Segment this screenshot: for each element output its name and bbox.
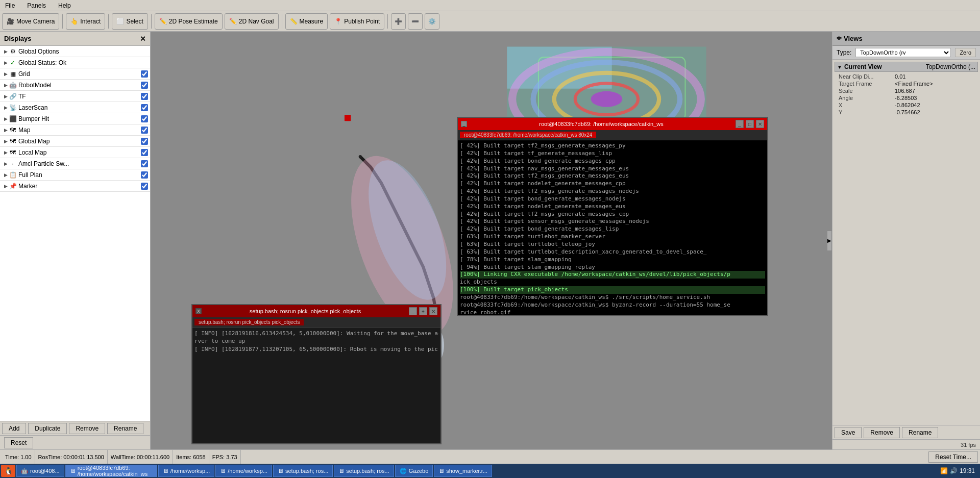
views-header: 👁 Views xyxy=(832,32,980,46)
display-item-global-options[interactable]: ▶ ⚙ Global Options xyxy=(0,46,150,57)
select-button[interactable]: ⬜ Select xyxy=(112,13,148,30)
right-panel-collapse-handle[interactable]: ▶ xyxy=(827,231,832,251)
taskbar-app-terminal4[interactable]: 🖥 setup.bash; ros... xyxy=(273,465,333,477)
extra-btn-2[interactable]: ➖ xyxy=(408,13,423,30)
taskbar-app-terminal2[interactable]: 🖥 /home/worksp... xyxy=(158,465,215,477)
publish-point-icon: 📍 xyxy=(334,18,342,25)
extra-btn-1[interactable]: ➕ xyxy=(391,13,406,30)
views-remove-button[interactable]: Remove xyxy=(864,427,900,438)
measure-button[interactable]: 📏 Measure xyxy=(285,13,328,30)
taskbar-term2-label: /home/worksp... xyxy=(170,468,210,474)
move-camera-icon: 🎥 xyxy=(7,18,14,25)
interact-button[interactable]: 👆 Interact xyxy=(66,13,105,30)
map-arrow: ▶ xyxy=(4,128,8,133)
terminal-small-body[interactable]: [ INFO] [1628191816,613424534, 5,0100000… xyxy=(192,328,440,443)
current-view-header[interactable]: ▼ Current View TopDownOrtho (... xyxy=(835,62,978,72)
taskbar-start-button[interactable]: 🐧 xyxy=(1,465,15,477)
terminal-main-minimize-icon[interactable]: _ xyxy=(461,121,467,127)
terminal-main-close-btn[interactable]: ✕ xyxy=(756,120,764,128)
taskbar-app-terminal3[interactable]: 🖥 /home/worksp... xyxy=(215,465,272,477)
nav-goal-icon: ✏️ xyxy=(229,18,237,25)
terminal-small-minimize-btn[interactable]: _ xyxy=(409,307,417,315)
local-map-icon: 🗺 xyxy=(9,148,17,157)
nav-goal-button[interactable]: ✏️ 2D Nav Goal xyxy=(225,13,279,30)
rename-button[interactable]: Rename xyxy=(107,423,143,434)
bumper-hit-checkbox[interactable] xyxy=(141,115,148,122)
displays-title: Displays xyxy=(4,35,31,42)
current-view-arrow-icon: ▼ xyxy=(837,64,842,70)
displays-close-icon[interactable]: ✕ xyxy=(140,35,146,43)
views-zero-button[interactable]: Zero xyxy=(955,48,976,57)
display-item-full-plan[interactable]: ▶ 📋 Full Plan xyxy=(0,169,150,181)
laserscan-checkbox[interactable] xyxy=(141,104,148,111)
reset-time-button[interactable]: Reset Time... xyxy=(928,451,978,463)
toolbar-separator-2 xyxy=(108,14,109,29)
display-item-local-map[interactable]: ▶ 🗺 Local Map xyxy=(0,147,150,158)
fps2-label: FPS: xyxy=(212,454,225,460)
terminal-small-expand-btn[interactable]: + xyxy=(419,307,427,315)
marker-checkbox[interactable] xyxy=(141,183,148,190)
local-map-checkbox[interactable] xyxy=(141,149,148,156)
robot-model-checkbox[interactable] xyxy=(141,82,148,89)
display-item-laserscan[interactable]: ▶ 📡 LaserScan xyxy=(0,102,150,113)
terminal-main-body[interactable]: [ 42%] Built target tf2_msgs_generate_me… xyxy=(458,140,767,315)
taskbar-app-terminal1[interactable]: 🖥 root@40833fc7db69: /home/workspace/cat… xyxy=(65,465,157,477)
menu-file[interactable]: File xyxy=(2,1,18,10)
display-item-amcl[interactable]: ▶ · Amcl Particle Sw... xyxy=(0,158,150,169)
publish-point-button[interactable]: 📍 Publish Point xyxy=(330,13,384,30)
display-item-global-map[interactable]: ▶ 🗺 Global Map xyxy=(0,136,150,147)
taskbar-app-marker[interactable]: 🖥 show_marker.r... xyxy=(434,465,492,477)
pose-estimate-icon: ✏️ xyxy=(159,18,167,25)
grid-checkbox[interactable] xyxy=(141,70,148,78)
cv-scale-label: Scale xyxy=(839,88,895,94)
extra-btn-3[interactable]: ⚙️ xyxy=(425,13,439,30)
display-item-bumper-hit[interactable]: ▶ ⬛ Bumper Hit xyxy=(0,113,150,124)
terminal-main-minimize-btn[interactable]: _ xyxy=(736,120,744,128)
full-plan-checkbox[interactable] xyxy=(141,171,148,179)
taskbar-rviz-label: root@408... xyxy=(30,468,60,474)
main-area: Displays ✕ ▶ ⚙ Global Options ▶ ✓ Global… xyxy=(0,32,980,449)
display-item-tf[interactable]: ▶ 🔗 TF xyxy=(0,91,150,102)
pose-estimate-button[interactable]: ✏️ 2D Pose Estimate xyxy=(155,13,223,30)
menu-help[interactable]: Help xyxy=(55,1,74,10)
map-checkbox[interactable] xyxy=(141,127,148,134)
display-item-global-status[interactable]: ▶ ✓ Global Status: Ok xyxy=(0,57,150,68)
amcl-checkbox[interactable] xyxy=(141,160,148,167)
terminal-main-maximize-btn[interactable]: □ xyxy=(746,120,754,128)
duplicate-button[interactable]: Duplicate xyxy=(28,423,67,434)
taskbar-app-terminal5[interactable]: 🖥 setup.bash; ros... xyxy=(334,465,394,477)
terminal-small-tab[interactable]: setup.bash; rosrun pick_objects pick_obj… xyxy=(194,319,304,325)
fps2-value: 3.73 xyxy=(226,454,237,460)
global-map-checkbox[interactable] xyxy=(141,138,148,145)
views-rename-button[interactable]: Rename xyxy=(902,427,938,438)
display-item-map[interactable]: ▶ 🗺 Map xyxy=(0,124,150,136)
display-item-marker[interactable]: ▶ 📌 Marker xyxy=(0,181,150,192)
cv-row-target-frame: Target Frame <Fixed Frame> xyxy=(835,80,978,87)
terminal-small-x-icon[interactable]: X xyxy=(195,308,202,314)
tf-checkbox[interactable] xyxy=(141,93,148,100)
displays-header: Displays ✕ xyxy=(0,32,150,46)
taskbar-app-rviz[interactable]: 🤖 root@408... xyxy=(16,465,64,477)
taskbar-app-gazebo[interactable]: 🌐 Gazebo xyxy=(395,465,433,477)
terminal-small-titlebar: X setup.bash; rosrun pick_objects pick_o… xyxy=(192,305,440,317)
status-ros-time: RosTime: 00:00:01:13.500 xyxy=(35,450,108,464)
map-icon: 🗺 xyxy=(9,126,17,134)
display-item-robot-model[interactable]: ▶ 🤖 RobotModel xyxy=(0,80,150,91)
laserscan-arrow: ▶ xyxy=(4,105,8,110)
current-view-section: ▼ Current View TopDownOrtho (... Near Cl… xyxy=(832,60,980,118)
remove-button[interactable]: Remove xyxy=(69,423,105,434)
views-type-select[interactable]: TopDownOrtho (rv xyxy=(855,48,951,57)
toolbar: 🎥 Move Camera 👆 Interact ⬜ Select ✏️ 2D … xyxy=(0,11,980,32)
menu-panels[interactable]: Panels xyxy=(24,1,49,10)
terminal-main-tab[interactable]: root@40833fc7db69: /home/workspace/catki… xyxy=(460,132,596,138)
reset-button[interactable]: Reset xyxy=(4,437,33,448)
display-item-grid[interactable]: ▶ ▦ Grid xyxy=(0,68,150,80)
terminal-small-close-btn[interactable]: ✕ xyxy=(429,307,437,315)
views-save-button[interactable]: Save xyxy=(835,427,862,438)
grid-arrow: ▶ xyxy=(4,71,8,77)
network-icon: 📶 xyxy=(940,467,948,474)
taskbar-rviz-icon: 🤖 xyxy=(21,468,28,474)
add-button[interactable]: Add xyxy=(2,423,26,434)
move-camera-button[interactable]: 🎥 Move Camera xyxy=(2,13,59,30)
center-panel[interactable]: _ root@40833fc7db69: /home/workspace/cat… xyxy=(151,32,832,449)
